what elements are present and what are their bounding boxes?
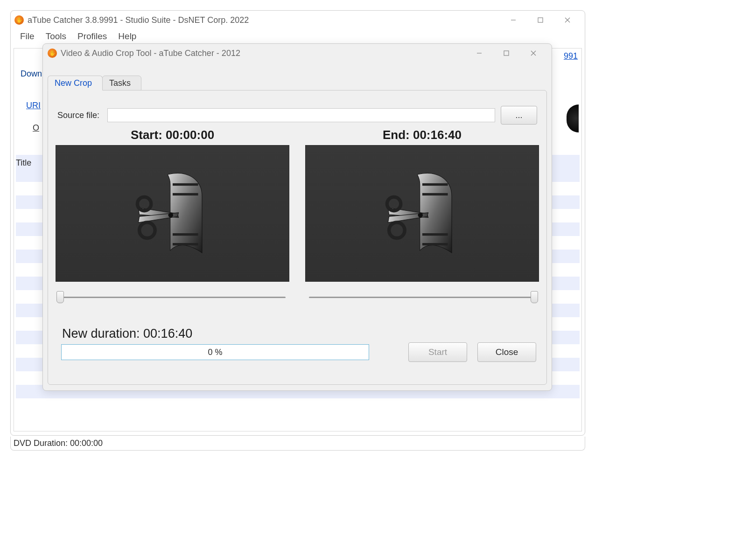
svg-rect-9 [173, 193, 198, 195]
minimize-icon [476, 50, 483, 56]
modal-titlebar: ✋ Video & Audio Crop Tool - aTube Catche… [43, 44, 552, 63]
tab-new-crop[interactable]: New Crop [48, 76, 103, 90]
svg-rect-17 [422, 233, 448, 236]
app-icon: ✋ [48, 49, 57, 58]
svg-point-20 [389, 222, 405, 238]
start-button[interactable]: Start [408, 342, 467, 362]
slider-thumb[interactable] [531, 291, 538, 303]
end-preview-box [305, 145, 539, 282]
partial-url-link[interactable]: URI [26, 101, 41, 111]
svg-rect-8 [173, 183, 198, 185]
main-statusbar: DVD Duration: 00:00:00 [10, 437, 585, 451]
slider-track [309, 297, 535, 298]
maximize-icon [503, 50, 510, 56]
menu-file[interactable]: File [15, 30, 39, 43]
source-file-input[interactable] [107, 108, 495, 122]
main-close-button[interactable] [554, 13, 581, 28]
menu-help[interactable]: Help [113, 30, 141, 43]
progress-bar: 0 % [61, 344, 369, 360]
browse-button[interactable]: ... [501, 106, 537, 125]
modal-maximize-button[interactable] [493, 46, 520, 61]
menu-tools[interactable]: Tools [41, 30, 71, 43]
new-duration-label: New duration: 00:16:40 [62, 327, 192, 341]
svg-point-21 [418, 212, 423, 217]
svg-rect-18 [422, 243, 448, 245]
statusbar-text: DVD Duration: 00:00:00 [14, 438, 103, 448]
partial-circular-graphic [567, 104, 579, 132]
tab-tasks[interactable]: Tasks [102, 76, 141, 90]
modal-action-buttons: Start Close [408, 342, 536, 362]
main-window-controls [500, 13, 581, 28]
minimize-icon [510, 17, 517, 23]
svg-rect-16 [422, 193, 448, 195]
main-minimize-button[interactable] [500, 13, 527, 28]
scissors-film-icon [373, 169, 471, 258]
start-time-label: Start: 00:00:00 [131, 128, 214, 142]
menu-profiles[interactable]: Profiles [73, 30, 112, 43]
partial-output-label: O [33, 123, 39, 133]
scissors-film-icon [124, 169, 222, 258]
modal-window-controls [466, 46, 547, 61]
svg-point-14 [168, 212, 173, 217]
svg-rect-15 [422, 183, 448, 185]
close-icon [564, 17, 571, 23]
main-titlebar: ✋ aTube Catcher 3.8.9991 - Studio Suite … [11, 11, 585, 29]
svg-rect-1 [538, 18, 543, 22]
svg-point-13 [139, 222, 155, 238]
close-button[interactable]: Close [477, 342, 536, 362]
preview-row: Start: 00:00:00 [56, 128, 539, 282]
start-preview-box [56, 145, 289, 282]
svg-rect-11 [173, 243, 198, 245]
close-icon [530, 50, 537, 56]
new-crop-panel: Source file: ... Start: 00:00:00 [48, 90, 547, 385]
source-file-row: Source file: ... [57, 107, 537, 123]
modal-tabs: New Crop Tasks [48, 76, 141, 90]
end-time-label: End: 00:16:40 [383, 128, 462, 142]
top-right-link-fragment[interactable]: 991 [564, 51, 578, 61]
svg-rect-10 [173, 233, 198, 236]
svg-rect-5 [504, 51, 509, 56]
modal-window-title: Video & Audio Crop Tool - aTube Catcher … [61, 49, 466, 58]
slider-track [59, 297, 286, 298]
main-window-title: aTube Catcher 3.8.9991 - Studio Suite - … [28, 15, 500, 25]
end-preview-column: End: 00:16:40 [305, 128, 539, 282]
source-file-label: Source file: [57, 111, 102, 120]
main-maximize-button[interactable] [527, 13, 554, 28]
slider-thumb[interactable] [56, 291, 64, 303]
modal-minimize-button[interactable] [466, 46, 493, 61]
progress-text: 0 % [208, 348, 222, 357]
app-icon: ✋ [14, 15, 24, 25]
start-slider[interactable] [56, 290, 289, 304]
sliders-row [56, 290, 539, 307]
maximize-icon [537, 17, 544, 23]
modal-close-button[interactable] [520, 46, 547, 61]
end-slider[interactable] [305, 290, 539, 304]
start-preview-column: Start: 00:00:00 [56, 128, 289, 282]
main-menubar: File Tools Profiles Help [11, 29, 585, 43]
crop-tool-window: ✋ Video & Audio Crop Tool - aTube Catche… [42, 43, 552, 391]
column-header-title[interactable]: Title [16, 158, 31, 168]
partial-tab-label[interactable]: Down [21, 69, 42, 79]
